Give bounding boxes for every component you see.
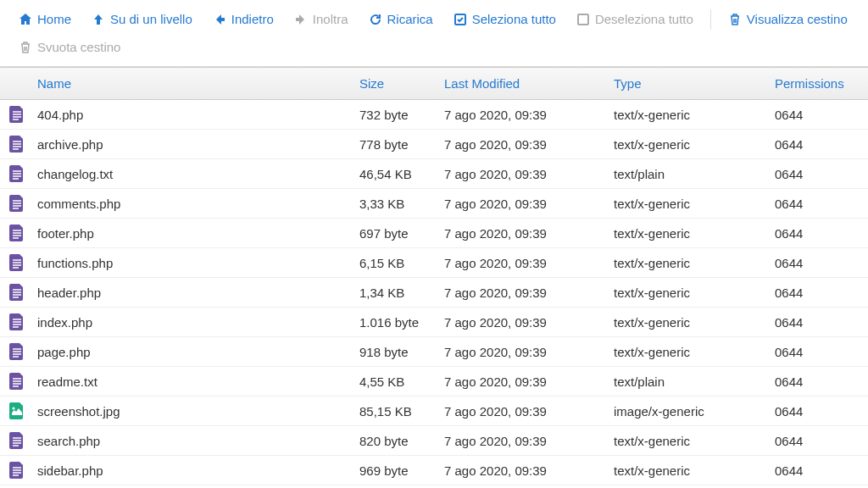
file-modified: 7 ago 2020, 09:39 [444,226,614,241]
file-type: image/x-generic [614,404,775,419]
table-row[interactable]: comments.php3,33 KB7 ago 2020, 09:39text… [0,189,868,219]
file-doc-icon [9,165,25,182]
file-name: archive.php [34,137,359,152]
table-row[interactable]: screenshot.jpg85,15 KB7 ago 2020, 09:39i… [0,396,868,426]
header-type[interactable]: Type [614,76,775,91]
header-size[interactable]: Size [359,76,444,91]
view-trash-button[interactable]: Visualizza cestino [720,7,856,31]
file-size: 4,55 KB [359,374,444,389]
deselect-all-label: Deseleziona tutto [595,12,693,26]
file-permissions: 0644 [775,197,868,211]
file-icon-cell [0,343,34,360]
view-trash-label: Visualizza cestino [747,12,848,26]
file-size: 918 byte [359,345,444,359]
file-type: text/x-generic [614,108,775,122]
up-icon [92,13,105,26]
file-name: footer.php [34,226,359,241]
file-permissions: 0644 [775,256,868,270]
file-modified: 7 ago 2020, 09:39 [444,345,614,359]
table-row[interactable]: footer.php697 byte7 ago 2020, 09:39text/… [0,219,868,248]
file-size: 6,15 KB [359,256,444,270]
table-row[interactable]: search.php820 byte7 ago 2020, 09:39text/… [0,426,868,456]
file-doc-icon [9,343,25,360]
file-doc-icon [9,373,25,390]
table-row[interactable]: archive.php778 byte7 ago 2020, 09:39text… [0,130,868,159]
arrow-left-icon [213,13,226,26]
empty-trash-button: Svuota cestino [10,35,129,59]
file-name: comments.php [34,197,359,211]
file-modified: 7 ago 2020, 09:39 [444,374,614,389]
header-icon-col [0,76,34,91]
table-row[interactable]: page.php918 byte7 ago 2020, 09:39text/x-… [0,337,868,367]
select-all-label: Seleziona tutto [472,12,556,26]
file-type: text/x-generic [614,286,775,300]
file-permissions: 0644 [775,374,868,389]
file-size: 969 byte [359,463,444,478]
file-name: index.php [34,315,359,330]
file-permissions: 0644 [775,137,868,152]
file-permissions: 0644 [775,463,868,478]
file-type: text/x-generic [614,345,775,359]
table-row[interactable]: readme.txt4,55 KB7 ago 2020, 09:39text/p… [0,367,868,396]
file-size: 778 byte [359,137,444,152]
file-size: 1.016 byte [359,315,444,330]
file-icon-cell [0,225,34,241]
forward-button: Inoltra [286,7,357,31]
table-row[interactable]: changelog.txt46,54 KB7 ago 2020, 09:39te… [0,159,868,189]
file-icon-cell [0,462,34,479]
file-name: sidebar.php [34,463,359,478]
file-permissions: 0644 [775,345,868,359]
file-modified: 7 ago 2020, 09:39 [444,108,614,122]
file-icon-cell [0,106,34,123]
file-modified: 7 ago 2020, 09:39 [444,404,614,419]
select-all-button[interactable]: Seleziona tutto [445,7,565,31]
file-doc-icon [9,225,25,241]
file-doc-icon [9,106,25,123]
file-type: text/plain [614,167,775,181]
file-permissions: 0644 [775,226,868,241]
file-icon-cell [0,136,34,152]
square-icon [576,13,590,26]
file-name: 404.php [34,108,359,122]
table-row[interactable]: index.php1.016 byte7 ago 2020, 09:39text… [0,308,868,337]
table-header: Name Size Last Modified Type Permissions [0,68,868,100]
file-name: functions.php [34,256,359,270]
table-row[interactable]: functions.php6,15 KB7 ago 2020, 09:39tex… [0,248,868,278]
file-image-icon [9,402,25,419]
up-label: Su di un livello [110,12,192,26]
file-icon-cell [0,195,34,212]
table-row[interactable]: header.php1,34 KB7 ago 2020, 09:39text/x… [0,278,868,308]
up-level-button[interactable]: Su di un livello [83,7,201,31]
file-type: text/x-generic [614,197,775,211]
home-button[interactable]: Home [10,7,80,31]
file-size: 697 byte [359,226,444,241]
empty-trash-label: Svuota cestino [37,40,120,54]
table-row[interactable]: 404.php732 byte7 ago 2020, 09:39text/x-g… [0,100,868,130]
file-size: 46,54 KB [359,167,444,181]
header-name[interactable]: Name [34,76,359,91]
file-permissions: 0644 [775,315,868,330]
file-size: 732 byte [359,108,444,122]
file-type: text/x-generic [614,226,775,241]
file-name: search.php [34,434,359,448]
trash-icon [728,13,742,26]
reload-label: Ricarica [387,12,433,26]
file-modified: 7 ago 2020, 09:39 [444,463,614,478]
file-size: 1,34 KB [359,286,444,300]
header-modified[interactable]: Last Modified [444,76,614,91]
svg-rect-1 [578,14,588,25]
table-row[interactable]: sidebar.php969 byte7 ago 2020, 09:39text… [0,456,868,485]
reload-button[interactable]: Ricarica [360,7,442,31]
file-permissions: 0644 [775,167,868,181]
file-doc-icon [9,195,25,212]
file-icon-cell [0,165,34,182]
file-icon-cell [0,284,34,301]
file-doc-icon [9,254,25,271]
back-button[interactable]: Indietro [204,7,282,31]
file-modified: 7 ago 2020, 09:39 [444,137,614,152]
file-name: screenshot.jpg [34,404,359,419]
header-permissions[interactable]: Permissions [775,76,868,91]
file-type: text/x-generic [614,137,775,152]
home-label: Home [37,12,71,26]
file-name: page.php [34,345,359,359]
